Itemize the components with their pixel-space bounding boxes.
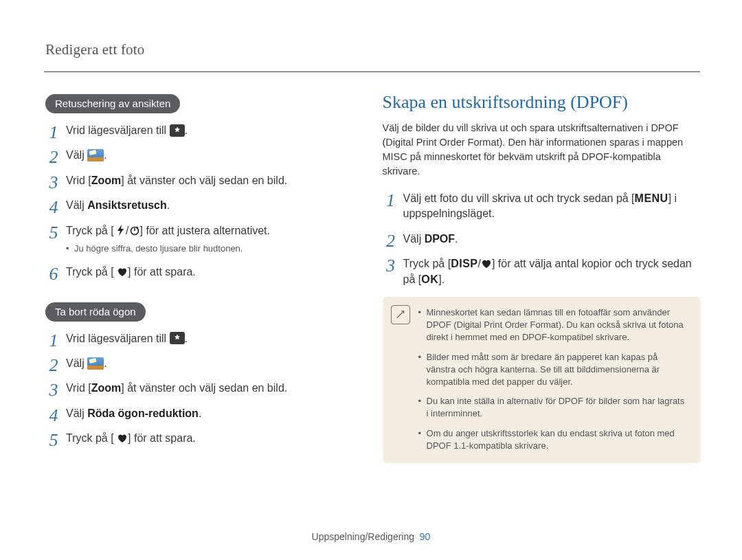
step-text: Vrid [ — [66, 382, 91, 394]
step-text: ] för att spara. — [128, 432, 196, 444]
steps-redeye: 1 Vrid lägesväljaren till . 2 Välj . 3 V… — [45, 331, 344, 456]
step-text: . — [455, 233, 458, 245]
step-text: Tryck på [ — [66, 266, 114, 278]
step-text: . — [167, 199, 170, 211]
step-text: . — [104, 149, 106, 161]
step-text: ] för att justera alternativet. — [140, 225, 270, 236]
step-text: . — [185, 124, 188, 136]
step-text: . — [104, 357, 106, 369]
header-rule — [44, 71, 700, 72]
pill-redeye: Ta bort röda ögon — [45, 302, 146, 322]
key-disp: DISP — [451, 258, 477, 269]
footer-page-number: 90 — [420, 531, 431, 542]
step-text: Välj — [66, 357, 87, 369]
edit-photo-icon — [87, 149, 104, 161]
macro-icon — [117, 267, 128, 277]
note-item: Om du anger utskriftsstorlek kan du enda… — [418, 427, 688, 452]
step-text: Vrid lägesväljaren till — [66, 333, 170, 344]
steps-face-retouch: 1 Vrid lägesväljaren till . 2 Välj . 3 V… — [45, 123, 344, 290]
step-text: Välj ett foto du vill skriva ut och tryc… — [403, 192, 635, 204]
timer-icon — [129, 225, 140, 236]
section-heading-dpof: Skapa en utskriftsordning (DPOF) — [383, 92, 701, 113]
note-icon — [391, 305, 410, 324]
step-text: Vrid lägesväljaren till — [66, 124, 170, 136]
step-text: Välj — [66, 149, 87, 161]
note-item: Du kan inte ställa in alternativ för DPO… — [418, 395, 688, 427]
step-text: ] för att spara. — [128, 266, 196, 278]
step-bold: DPOF — [425, 233, 455, 245]
note-item: Minneskortet kan sedan lämnas till en fo… — [418, 306, 688, 351]
page-title: Redigera ett foto — [45, 41, 344, 58]
step-subnote: Ju högre siffra, desto ljusare blir hudt… — [66, 243, 344, 255]
right-column: Skapa en utskriftsordning (DPOF) Välj de… — [383, 41, 701, 463]
step-text: Tryck på [ — [66, 432, 114, 444]
edit-photo-icon — [87, 357, 104, 370]
key-ok: OK — [421, 273, 438, 285]
step-bold: Röda ögon-reduktion — [87, 407, 199, 419]
step-text: Välj — [403, 233, 425, 245]
left-column: Redigera ett foto Retuschering av ansikt… — [45, 41, 344, 463]
step-text: Vrid [ — [66, 175, 91, 186]
step-text: . — [185, 333, 188, 344]
intro-paragraph: Välj de bilder du vill skriva ut och spa… — [383, 121, 701, 179]
mode-magic-icon — [170, 124, 185, 137]
step-text: Välj — [66, 199, 87, 211]
step-text: Tryck på [ — [66, 225, 114, 236]
step-text: ]. — [438, 273, 445, 285]
note-box: Minneskortet kan sedan lämnas till en fo… — [383, 297, 701, 463]
footer-section: Uppspelning/Redigering — [312, 531, 414, 542]
page-footer: Uppspelning/Redigering 90 — [0, 531, 742, 542]
key-menu: MENU — [635, 192, 668, 204]
step-text: Välj — [66, 407, 87, 419]
steps-dpof: 1 Välj ett foto du vill skriva ut och tr… — [383, 191, 701, 297]
step-bold: Zoom — [91, 382, 122, 394]
note-item: Bilder med mått som är bredare än papper… — [418, 351, 688, 396]
step-text: Tryck på [ — [403, 258, 451, 269]
step-text: ] åt vänster och välj sedan en bild. — [121, 382, 287, 394]
macro-icon — [481, 259, 492, 269]
mode-magic-icon — [170, 332, 185, 344]
step-text: . — [199, 407, 201, 419]
macro-icon — [117, 434, 128, 443]
flash-icon — [117, 225, 126, 236]
pill-face-retouch: Retuschering av ansikten — [45, 94, 180, 113]
step-bold: Ansiktsretusch — [87, 199, 167, 211]
step-text: ] åt vänster och välj sedan en bild. — [121, 175, 287, 186]
step-bold: Zoom — [91, 175, 122, 186]
